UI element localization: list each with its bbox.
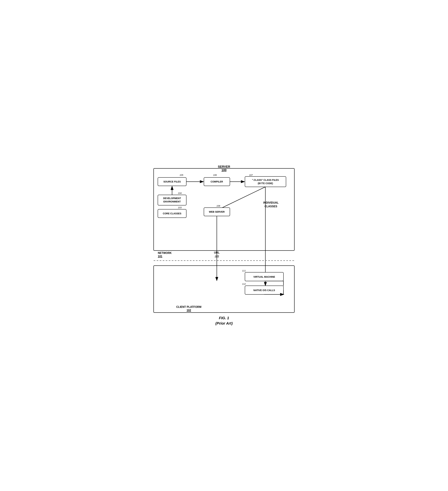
svg-text:102: 102 — [187, 309, 191, 312]
svg-text:DEVELOPMENT: DEVELOPMENT — [163, 197, 181, 199]
svg-text:112: 112 — [242, 283, 246, 285]
svg-text:SOURCE FILES: SOURCE FILES — [163, 180, 181, 183]
svg-text:101: 101 — [158, 255, 162, 258]
svg-line-27 — [222, 187, 265, 208]
svg-text:CORE CLASSES: CORE CLASSES — [163, 212, 181, 215]
svg-text:103: 103 — [178, 206, 182, 209]
svg-text:".CLASS" CLASS FILES: ".CLASS" CLASS FILES — [252, 179, 279, 181]
svg-text:107: 107 — [249, 174, 253, 176]
svg-text:106: 106 — [213, 174, 217, 176]
diagram-svg: SERVER 100 105 SOURCE FILES 106 COMPILER… — [149, 163, 299, 328]
svg-text:NATIVE O/S CALLS: NATIVE O/S CALLS — [253, 289, 275, 292]
svg-text:(BYTE CODE): (BYTE CODE) — [258, 182, 273, 185]
svg-text:COMPILER: COMPILER — [211, 180, 223, 183]
svg-text:WEB SERVER: WEB SERVER — [209, 210, 225, 213]
svg-text:VIRTUAL MACHINE: VIRTUAL MACHINE — [253, 275, 275, 278]
svg-rect-11 — [245, 177, 286, 187]
svg-text:SERVER: SERVER — [218, 165, 230, 168]
svg-text:ENVIRONMENT: ENVIRONMENT — [163, 200, 181, 203]
svg-text:108: 108 — [216, 205, 220, 207]
svg-text:104: 104 — [178, 192, 182, 194]
svg-text:(Prior Art): (Prior Art) — [215, 321, 233, 325]
svg-text:105: 105 — [180, 174, 183, 176]
svg-text:111: 111 — [242, 269, 246, 272]
svg-text:NETWORK: NETWORK — [158, 252, 172, 254]
svg-text:100: 100 — [222, 168, 226, 172]
svg-text:CLIENT PLATFORM: CLIENT PLATFORM — [176, 305, 201, 308]
svg-text:CLASSES: CLASSES — [265, 205, 277, 208]
svg-text:FIG. 1: FIG. 1 — [219, 316, 229, 320]
svg-rect-17 — [158, 195, 186, 205]
